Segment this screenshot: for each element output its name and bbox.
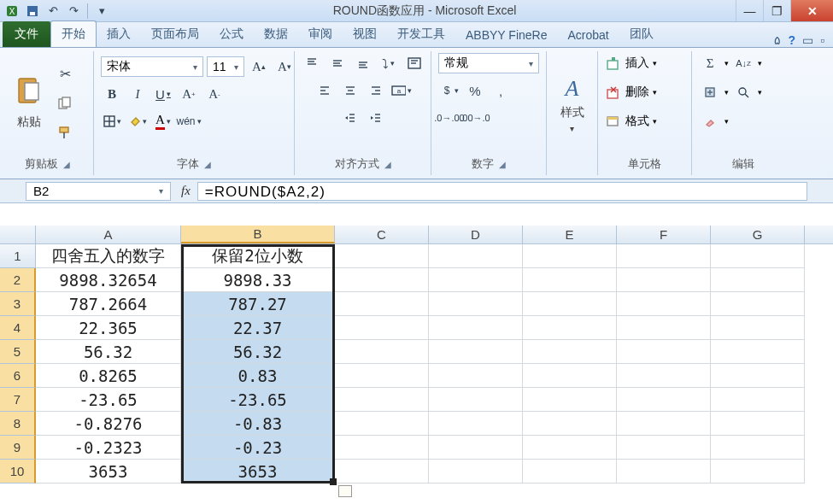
tab-team[interactable]: 团队	[619, 21, 664, 47]
cell[interactable]	[335, 436, 429, 460]
orientation-icon[interactable]: ⤵▾	[378, 53, 400, 73]
cell[interactable]	[335, 460, 429, 483]
phonetic-icon[interactable]: wén▾	[178, 111, 200, 132]
align-center-icon[interactable]	[339, 80, 361, 101]
grow-font-icon[interactable]: A▴	[248, 56, 270, 77]
row-header[interactable]: 6	[0, 364, 36, 388]
cell[interactable]	[429, 436, 523, 460]
cell[interactable]	[617, 292, 711, 316]
tab-developer[interactable]: 开发工具	[387, 21, 455, 47]
align-right-icon[interactable]	[365, 80, 387, 101]
cell[interactable]: -0.23	[181, 436, 335, 460]
delete-cells-button[interactable]: 删除▾	[603, 82, 657, 103]
cell[interactable]	[523, 268, 617, 292]
column-header-C[interactable]: C	[335, 226, 429, 243]
close-button[interactable]: ✕	[790, 0, 833, 21]
cell[interactable]	[335, 412, 429, 436]
tab-insert[interactable]: 插入	[97, 21, 141, 47]
insert-cells-button[interactable]: 插入▾	[603, 53, 657, 73]
cell[interactable]	[617, 268, 711, 292]
cell[interactable]	[335, 316, 429, 340]
cell[interactable]	[523, 388, 617, 412]
undo-icon[interactable]: ↶	[44, 3, 62, 20]
cell[interactable]: -23.65	[36, 388, 181, 412]
cell[interactable]	[429, 412, 523, 436]
cell[interactable]: 787.2664	[36, 292, 181, 316]
spreadsheet-grid[interactable]: A B C D E F G 1 四舍五入的数字 保留2位小数 2 9898.32…	[0, 226, 833, 483]
align-top-icon[interactable]	[301, 53, 323, 73]
cell[interactable]: 9898.32654	[36, 268, 181, 292]
cell[interactable]: 四舍五入的数字	[36, 244, 181, 268]
column-header-B[interactable]: B	[181, 226, 335, 243]
cell[interactable]	[617, 460, 711, 483]
cell[interactable]: -0.2323	[36, 436, 181, 460]
decrease-indent-icon[interactable]	[339, 108, 361, 128]
row-header[interactable]: 3	[0, 292, 36, 316]
merge-center-icon[interactable]: a▾	[390, 80, 413, 101]
increase-decimal-icon[interactable]: .0→.00	[438, 108, 460, 128]
font-name-combo[interactable]: 宋体▾	[101, 56, 203, 77]
tab-data[interactable]: 数据	[254, 21, 298, 47]
column-header-G[interactable]: G	[711, 226, 805, 243]
qat-customize-icon[interactable]: ▾	[93, 3, 110, 20]
cell[interactable]	[523, 412, 617, 436]
cell[interactable]	[429, 364, 523, 388]
cell[interactable]: -23.65	[181, 388, 335, 412]
row-header[interactable]: 2	[0, 268, 36, 292]
ribbon-minimize-icon[interactable]: ۵	[774, 33, 781, 47]
align-bottom-icon[interactable]	[352, 53, 374, 73]
cell[interactable]: 56.32	[36, 340, 181, 364]
maximize-button[interactable]: ❐	[763, 0, 790, 21]
cell[interactable]	[335, 244, 429, 268]
format-painter-icon[interactable]	[55, 122, 75, 143]
autofill-options-icon[interactable]	[338, 485, 352, 497]
font-color-icon[interactable]: A▾	[152, 111, 174, 132]
shrink-font-icon[interactable]: A▾	[273, 56, 296, 77]
cell[interactable]	[617, 316, 711, 340]
row-header[interactable]: 1	[0, 244, 36, 268]
cell[interactable]	[335, 388, 429, 412]
cell[interactable]	[335, 364, 429, 388]
percent-format-icon[interactable]: %	[464, 80, 486, 101]
cell[interactable]	[523, 244, 617, 268]
cut-icon[interactable]: ✂	[55, 64, 75, 85]
tab-home[interactable]: 开始	[50, 21, 97, 47]
copy-icon[interactable]	[55, 93, 75, 114]
column-header-D[interactable]: D	[429, 226, 523, 243]
workbook-restore-icon[interactable]: ▫	[820, 33, 824, 47]
column-header-E[interactable]: E	[523, 226, 617, 243]
tab-file[interactable]: 文件	[3, 21, 50, 47]
cell[interactable]	[523, 316, 617, 340]
format-cells-button[interactable]: 格式▾	[603, 111, 657, 132]
cell[interactable]	[523, 340, 617, 364]
shrink-font-alt-icon[interactable]: A-	[203, 84, 226, 104]
cell[interactable]: 787.27	[181, 292, 335, 316]
name-box[interactable]: B2 ▾	[26, 182, 171, 201]
cell[interactable]	[617, 244, 711, 268]
align-middle-icon[interactable]	[326, 53, 349, 73]
column-header-A[interactable]: A	[36, 226, 181, 243]
row-header[interactable]: 10	[0, 460, 36, 483]
font-size-combo[interactable]: 11▾	[207, 56, 244, 77]
borders-icon[interactable]: ▾	[101, 111, 123, 132]
decrease-decimal-icon[interactable]: .00→.0	[464, 108, 486, 128]
row-header[interactable]: 8	[0, 412, 36, 436]
cell[interactable]	[711, 364, 805, 388]
cell[interactable]	[711, 268, 805, 292]
cell[interactable]	[711, 388, 805, 412]
cell[interactable]	[523, 364, 617, 388]
number-format-combo[interactable]: 常规▾	[438, 53, 539, 73]
font-launcher-icon[interactable]: ◢	[204, 160, 211, 169]
cell[interactable]	[711, 292, 805, 316]
italic-button[interactable]: I	[126, 84, 149, 104]
increase-indent-icon[interactable]	[365, 108, 387, 128]
comma-format-icon[interactable]: ,	[490, 80, 512, 101]
cell[interactable]	[617, 340, 711, 364]
cell[interactable]	[429, 292, 523, 316]
cell[interactable]	[429, 268, 523, 292]
cell[interactable]: -0.83	[181, 412, 335, 436]
align-launcher-icon[interactable]: ◢	[384, 160, 391, 169]
cell[interactable]	[523, 436, 617, 460]
cell[interactable]	[617, 436, 711, 460]
number-launcher-icon[interactable]: ◢	[499, 160, 506, 169]
